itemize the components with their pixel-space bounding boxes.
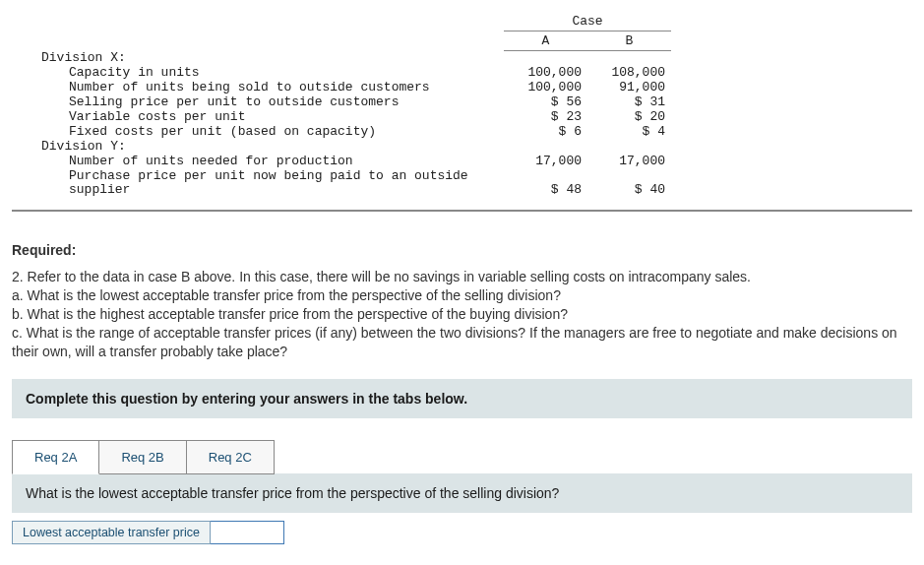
row-val-b: $ 20	[587, 110, 671, 125]
table-row: Number of units being sold to outside cu…	[41, 81, 912, 95]
row-label: Variable costs per unit	[41, 110, 504, 125]
tab-req-2b[interactable]: Req 2B	[98, 440, 186, 474]
row-val-a: 100,000	[504, 66, 587, 81]
row-val-a: $ 48	[504, 169, 587, 199]
answer-input-cell	[211, 521, 284, 544]
required-section: Required: 2. Refer to the data in case B…	[12, 241, 912, 360]
row-label: Number of units being sold to outside cu…	[41, 81, 504, 95]
col-header-row: A B	[504, 31, 671, 51]
tab-bar: Req 2A Req 2B Req 2C	[12, 440, 912, 474]
col-a-header: A	[504, 31, 587, 50]
row-val-a: 17,000	[504, 155, 587, 169]
row-val-b: 91,000	[587, 81, 671, 95]
row-label-text: Purchase price per unit now being paid t…	[69, 169, 502, 199]
question-prompt: What is the lowest acceptable transfer p…	[12, 473, 912, 513]
tab-req-2c[interactable]: Req 2C	[186, 440, 275, 474]
q2a: a. What is the lowest acceptable transfe…	[12, 286, 912, 305]
col-b-header: B	[587, 31, 671, 50]
row-val-a: $ 23	[504, 110, 587, 125]
table-row: Number of units needed for production 17…	[41, 155, 912, 169]
row-val-b: $ 4	[587, 125, 671, 140]
divy-label: Division Y:	[41, 140, 504, 155]
row-label: Number of units needed for production	[41, 155, 504, 169]
row-val-b: 108,000	[587, 66, 671, 81]
case-header: Case	[504, 12, 671, 31]
table-row: Fixed costs per unit (based on capacity)…	[41, 125, 912, 140]
row-label: Fixed costs per unit (based on capacity)	[41, 125, 504, 140]
row-val-b: $ 31	[587, 95, 671, 110]
answer-input-row: Lowest acceptable transfer price	[12, 521, 912, 544]
table-row: Capacity in units 100,000 108,000	[41, 66, 912, 81]
table-row: Selling price per unit to outside custom…	[41, 95, 912, 110]
table-row: Purchase price per unit now being paid t…	[41, 169, 912, 199]
case-header-block: Case A B	[504, 12, 671, 51]
row-label: Purchase price per unit now being paid t…	[41, 169, 504, 199]
required-heading: Required:	[12, 241, 912, 260]
row-label: Selling price per unit to outside custom…	[41, 95, 504, 110]
q2b: b. What is the highest acceptable transf…	[12, 305, 912, 324]
q2-intro: 2. Refer to the data in case B above. In…	[12, 268, 912, 286]
answer-input-label: Lowest acceptable transfer price	[12, 521, 211, 544]
tab-req-2a[interactable]: Req 2A	[12, 440, 99, 474]
divx-label: Division X:	[41, 51, 504, 66]
instruction-bar: Complete this question by entering your …	[12, 379, 912, 418]
q2c: c. What is the range of acceptable trans…	[12, 324, 912, 361]
row-val-b: 17,000	[587, 155, 671, 169]
table-row: Variable costs per unit $ 23 $ 20	[41, 110, 912, 125]
division-x-heading: Division X:	[41, 51, 912, 66]
row-val-a: 100,000	[504, 81, 587, 95]
row-val-b: $ 40	[587, 169, 671, 199]
data-table: Case A B Division X: Capacity in units 1…	[41, 12, 912, 198]
row-val-a: $ 56	[504, 95, 587, 110]
row-label: Capacity in units	[41, 66, 504, 81]
division-y-heading: Division Y:	[41, 140, 912, 155]
data-table-wrapper: Case A B Division X: Capacity in units 1…	[12, 12, 912, 212]
row-val-a: $ 6	[504, 125, 587, 140]
transfer-price-input[interactable]	[211, 522, 283, 543]
